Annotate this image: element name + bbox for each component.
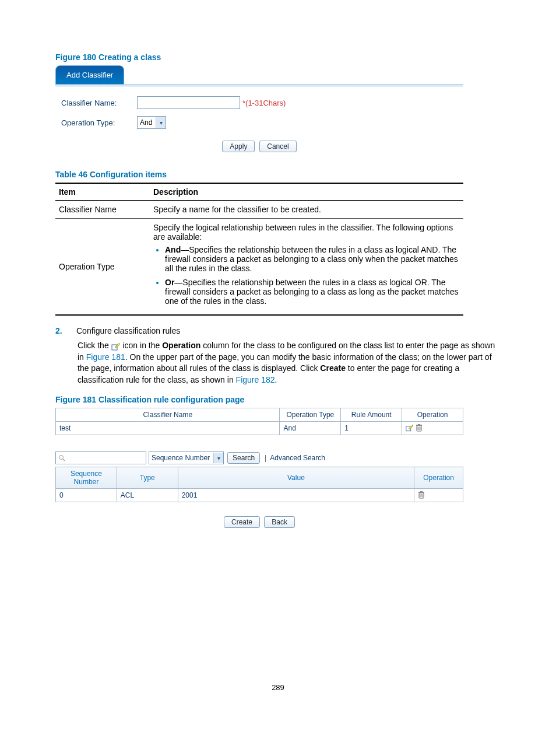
figure-182-link[interactable]: Figure 182 xyxy=(236,375,275,384)
chevron-down-icon: ▾ xyxy=(156,117,166,128)
figure-181-caption: Figure 181 Classification rule configura… xyxy=(55,395,501,404)
delete-icon[interactable] xyxy=(416,424,423,432)
cell-seq: 0 xyxy=(56,489,117,502)
col-classifier-name: Classifier Name xyxy=(56,408,280,422)
cell-operation-icons xyxy=(402,422,463,435)
table-46-row2-desc: Specify the logical relationship between… xyxy=(150,219,463,316)
cell-rule-operation xyxy=(414,489,463,502)
page-number: 289 xyxy=(55,683,501,692)
operation-type-label: Operation Type: xyxy=(61,118,137,127)
table-46-col-item: Item xyxy=(55,183,150,201)
col-rule-amount: Rule Amount xyxy=(341,408,402,422)
edit-icon xyxy=(111,341,121,349)
advanced-search-link[interactable]: Advanced Search xyxy=(270,454,325,462)
svg-point-8 xyxy=(59,456,64,460)
svg-rect-4 xyxy=(418,424,420,425)
figure-180-caption: Figure 180 Creating a class xyxy=(55,52,501,62)
step-2-paragraph: Click the icon in the Operation column f… xyxy=(78,340,501,386)
edit-icon[interactable] xyxy=(406,424,416,432)
col-operation: Operation xyxy=(402,408,463,422)
classifier-name-label: Classifier Name: xyxy=(61,99,137,107)
create-button[interactable]: Create xyxy=(224,516,260,528)
classifier-row: test And 1 xyxy=(56,422,463,435)
rule-row: 0 ACL 2001 xyxy=(56,489,463,502)
col-operation-type: Operation Type xyxy=(280,408,341,422)
step-2-number: 2. xyxy=(55,326,66,335)
classifier-name-input[interactable] xyxy=(137,96,240,109)
cell-classifier-name: test xyxy=(56,422,280,435)
figure-180-screenshot: Add Classifier Classifier Name: *(1-31Ch… xyxy=(55,65,463,156)
cell-rule-amount: 1 xyxy=(341,422,402,435)
operation-type-select[interactable]: And ▾ xyxy=(137,116,166,129)
table-46-bullet-or: Or—Specifies the relationship between th… xyxy=(165,278,460,306)
search-filter-value: Sequence Number xyxy=(152,454,210,462)
table-46-col-desc: Description xyxy=(150,183,463,201)
cell-type: ACL xyxy=(117,489,178,502)
svg-rect-12 xyxy=(420,491,423,492)
table-46-bullet-and: And—Specifies the relationship between t… xyxy=(165,245,460,273)
add-classifier-tab[interactable]: Add Classifier xyxy=(55,65,124,85)
table-46: Item Description Classifier Name Specify… xyxy=(55,183,463,316)
apply-button[interactable]: Apply xyxy=(222,141,255,152)
search-filter-select[interactable]: Sequence Number ▾ xyxy=(149,452,224,464)
figure-181-screenshot: Classifier Name Operation Type Rule Amou… xyxy=(55,408,463,531)
cancel-button[interactable]: Cancel xyxy=(259,141,296,152)
col-rule-operation: Operation xyxy=(414,467,463,489)
back-button[interactable]: Back xyxy=(264,516,295,528)
figure-181-link[interactable]: Figure 181 xyxy=(86,352,125,362)
operation-type-value: And xyxy=(140,118,152,127)
table-46-row1-item: Classifier Name xyxy=(55,201,150,219)
col-type[interactable]: Type xyxy=(117,467,178,489)
svg-line-9 xyxy=(63,459,65,461)
table-46-caption: Table 46 Configuration items xyxy=(55,170,501,179)
search-button[interactable]: Search xyxy=(227,452,260,464)
step-2-title: Configure classification rules xyxy=(76,326,180,335)
chevron-down-icon: ▾ xyxy=(213,453,223,463)
cell-operation-type: And xyxy=(280,422,341,435)
cell-value: 2001 xyxy=(178,489,414,502)
table-46-row2-item: Operation Type xyxy=(55,219,150,316)
delete-icon[interactable] xyxy=(418,491,425,499)
table-46-row1-desc: Specify a name for the classifier to be … xyxy=(150,201,463,219)
search-input[interactable] xyxy=(55,452,146,464)
col-seq[interactable]: Sequence Number xyxy=(56,467,117,489)
classifier-name-hint: *(1-31Chars) xyxy=(242,99,286,107)
search-icon xyxy=(58,454,65,461)
col-value[interactable]: Value xyxy=(178,467,414,489)
